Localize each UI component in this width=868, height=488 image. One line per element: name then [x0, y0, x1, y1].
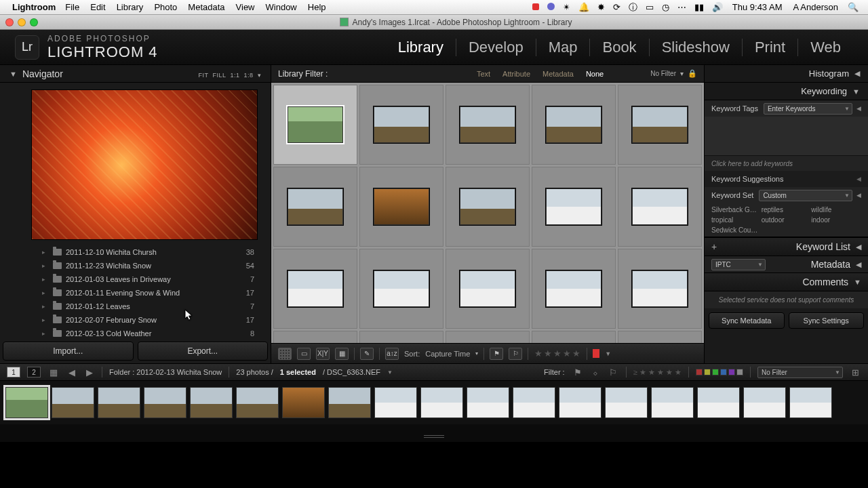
keyword-set-item[interactable] — [762, 226, 812, 234]
module-develop[interactable]: Develop — [456, 39, 536, 56]
filmstrip-thumbnail[interactable] — [98, 387, 140, 418]
app-menu[interactable]: Lightroom — [12, 2, 56, 12]
folder-row[interactable]: ▸2012-01-11 Evening Snow & Wind17 — [0, 286, 267, 300]
window-zoom-button[interactable] — [30, 18, 38, 26]
grid-cell[interactable] — [359, 85, 443, 165]
filmstrip-thumbnail[interactable] — [559, 387, 601, 418]
grid-shortcut-icon[interactable]: ▦ — [50, 367, 58, 378]
filmstrip-thumbnail[interactable] — [52, 387, 94, 418]
grid-cell[interactable] — [532, 249, 616, 329]
sync-settings-button[interactable]: Sync Settings — [789, 312, 865, 329]
grid-cell[interactable] — [359, 249, 443, 329]
thumbnail[interactable] — [632, 188, 688, 225]
grid-cell[interactable] — [618, 85, 702, 165]
filter-tab-text[interactable]: Text — [477, 70, 490, 78]
grid-cell[interactable] — [532, 167, 616, 247]
disclosure-triangle-icon[interactable]: ◀ — [856, 243, 861, 251]
filter-tab-attribute[interactable]: Attribute — [502, 70, 530, 78]
zoom-fit[interactable]: FIT — [198, 72, 208, 79]
rating-stars[interactable]: ★★★★★ — [534, 348, 581, 359]
menuextra-volume-icon[interactable]: 🔊 — [712, 2, 723, 12]
import-button[interactable]: Import... — [3, 342, 134, 361]
nav-forward-icon[interactable]: ▶ — [86, 367, 93, 378]
nav-back-icon[interactable]: ◀ — [68, 367, 75, 378]
filmstrip-thumbnail[interactable] — [605, 387, 648, 418]
filmstrip-thumbnail[interactable] — [236, 387, 279, 418]
chevron-right-icon[interactable]: ▸ — [42, 289, 45, 296]
filmstrip-thumbnail[interactable] — [697, 387, 740, 418]
grid-cell[interactable] — [273, 331, 357, 343]
menuextra-bluetooth-icon[interactable]: ✴ — [563, 2, 570, 12]
chevron-right-icon[interactable]: ▸ — [42, 262, 45, 269]
sync-metadata-button[interactable]: Sync Metadata — [709, 312, 785, 329]
filmstrip-thumbnail[interactable] — [420, 387, 463, 418]
menuextra-sync-icon[interactable]: ⟳ — [613, 2, 620, 12]
keyword-set-item[interactable]: wildlife — [811, 206, 861, 214]
zoom-fill[interactable]: FILL — [212, 72, 226, 79]
folder-row[interactable]: ▸2012-02-07 February Snow17 — [0, 313, 267, 327]
menuextra-notifications-icon[interactable]: 🔔 — [578, 2, 589, 12]
disclosure-triangle-icon[interactable]: ▼ — [854, 278, 861, 286]
keyword-list-header[interactable]: +Keyword List◀ — [705, 237, 868, 256]
filter-preset-select[interactable]: No Filter▼ — [757, 367, 843, 378]
disclosure-triangle-icon[interactable]: ◀ — [854, 69, 860, 78]
flag-filter-unflagged-icon[interactable]: ⬦ — [593, 367, 598, 378]
document-proxy-icon[interactable] — [340, 18, 349, 26]
thumbnail[interactable] — [546, 188, 601, 225]
thumbnail[interactable] — [632, 106, 688, 143]
grid-cell[interactable] — [618, 331, 702, 343]
menu-photo[interactable]: Photo — [154, 2, 177, 12]
flag-filter-rejected-icon[interactable]: ⚐ — [609, 367, 617, 378]
thumbnail[interactable] — [546, 270, 601, 307]
sort-value[interactable]: Capture Time — [425, 350, 470, 358]
thumbnail[interactable] — [288, 188, 343, 225]
menu-window[interactable]: Window — [266, 2, 297, 12]
grid-cell[interactable] — [359, 167, 443, 247]
spotlight-icon[interactable]: 🔍 — [848, 2, 859, 12]
grid-cell[interactable] — [532, 331, 616, 343]
module-book[interactable]: Book — [590, 39, 648, 56]
keyword-set-item[interactable] — [811, 226, 861, 234]
painter-tool-button[interactable]: ✎ — [360, 348, 374, 360]
grid-cell[interactable] — [273, 249, 357, 329]
chevron-right-icon[interactable]: ▸ — [42, 303, 45, 310]
folder-row[interactable]: ▸2012-01-03 Leaves in Driveway7 — [0, 272, 267, 286]
folder-row[interactable]: ▸2012-02-13 Cold Weather8 — [0, 327, 267, 338]
compare-view-button[interactable]: X|Y — [316, 348, 330, 360]
keyword-add-input[interactable]: Click here to add keywords — [705, 156, 868, 171]
filter-lock-icon[interactable]: 🔒 — [688, 69, 697, 78]
disclosure-triangle-icon[interactable]: ◀ — [856, 260, 861, 269]
filter-preset[interactable]: No Filter — [650, 70, 676, 77]
secondary-display-1[interactable]: 1 — [7, 367, 20, 378]
filmstrip-resize-handle[interactable] — [0, 431, 868, 442]
thumbnail[interactable] — [374, 106, 429, 143]
menu-edit[interactable]: Edit — [90, 2, 105, 12]
keyword-set-select[interactable]: Custom▼ — [759, 190, 852, 201]
filmstrip-thumbnail[interactable] — [144, 387, 186, 418]
window-minimize-button[interactable] — [18, 18, 26, 26]
metadata-header[interactable]: Metadata — [811, 259, 850, 270]
metadata-preset-select[interactable]: IPTC▼ — [711, 259, 766, 270]
chevron-right-icon[interactable]: ▸ — [42, 249, 45, 256]
menuextra-display-icon[interactable]: ▭ — [646, 2, 654, 12]
keyword-tags-mode-select[interactable]: Enter Keywords▼ — [764, 103, 852, 115]
keyword-set-item[interactable]: indoor — [811, 216, 861, 224]
keyword-textarea[interactable] — [705, 117, 868, 156]
flag-filter-any-icon[interactable]: ⚑ — [574, 367, 582, 378]
grid-cell[interactable] — [618, 249, 702, 329]
menuextra-accessibility-icon[interactable]: ⓘ — [629, 1, 637, 14]
thumbnail[interactable] — [374, 188, 429, 225]
add-keyword-icon[interactable]: + — [711, 241, 717, 252]
filmstrip-thumbnail[interactable] — [328, 387, 371, 418]
folder-row[interactable]: ▸2011-12-23 Wichita Snow54 — [0, 259, 267, 272]
keyword-set-item[interactable]: tropical — [711, 216, 762, 224]
chevron-left-icon[interactable]: ◀ — [856, 176, 861, 182]
color-label-button[interactable] — [593, 349, 599, 358]
thumbnail[interactable] — [288, 270, 343, 307]
menu-view[interactable]: View — [236, 2, 255, 12]
chevron-right-icon[interactable]: ▸ — [42, 317, 45, 323]
flag-reject-button[interactable]: ⚐ — [509, 348, 522, 360]
menuextra-rec-icon[interactable] — [532, 2, 539, 12]
keyword-set-item[interactable]: Silverback G… — [711, 206, 762, 214]
thumbnail[interactable] — [632, 270, 688, 307]
